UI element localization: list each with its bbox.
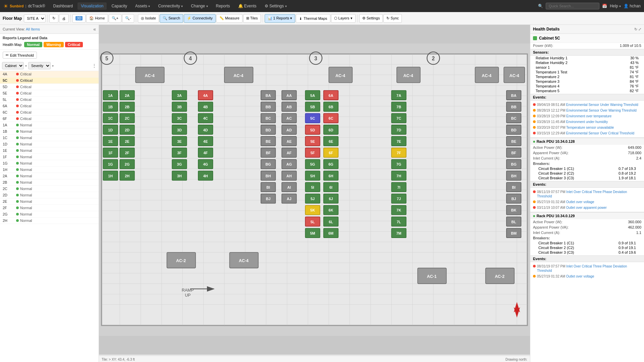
event-link[interactable]: Outlet over voltage xyxy=(566,275,594,278)
quick-search-input[interactable] xyxy=(546,3,599,9)
list-item[interactable]: 4A Critical xyxy=(0,71,99,77)
list-item[interactable]: 2D Normal xyxy=(0,192,99,198)
3d-button[interactable]: 3D xyxy=(72,14,86,23)
health-map-label: Health Map xyxy=(3,43,21,47)
sensor-row: Relative Humidity 1 30 % xyxy=(530,56,644,60)
help-button[interactable]: Help ▾ xyxy=(610,4,621,8)
svg-text:2H: 2H xyxy=(125,174,129,178)
severity-text: Critical xyxy=(20,104,32,108)
sync-button[interactable]: ↻ Sync xyxy=(383,14,402,23)
list-item[interactable]: 1F Normal xyxy=(0,154,99,160)
svg-text:BG: BG xyxy=(511,162,517,166)
sensor-value: 81 °F xyxy=(630,75,639,79)
cabinet-filter[interactable]: Cabinet xyxy=(2,62,24,69)
svg-text:6L: 6L xyxy=(329,220,333,224)
filter-menu-button[interactable]: ⋮ xyxy=(92,63,97,68)
list-item[interactable]: 2B Normal xyxy=(0,179,99,186)
print-button[interactable]: 🖨 xyxy=(59,14,69,23)
event-link[interactable]: Environmental Sensor Over Critical Thres… xyxy=(566,131,634,135)
floor-map-area[interactable]: 5 4 3 2 AC-4 AC-4 AC-4 AC-4 AC-4 AC-4 1A xyxy=(99,25,530,362)
list-item[interactable]: 1D Normal xyxy=(0,141,99,147)
svg-text:7L: 7L xyxy=(397,220,401,224)
site-selector[interactable]: SITE A xyxy=(24,14,46,22)
collapse-panel-button[interactable]: « xyxy=(93,26,96,32)
isolate-button[interactable]: ◎ Isolate xyxy=(138,14,159,23)
floor-map-svg[interactable]: 5 4 3 2 AC-4 AC-4 AC-4 AC-4 AC-4 AC-4 1A xyxy=(99,25,530,355)
zoom-out-button[interactable]: 🔍- xyxy=(122,14,134,23)
nav-assets[interactable]: Assets ▾ xyxy=(132,2,153,10)
svg-text:AC-4: AC-4 xyxy=(509,73,519,78)
home-button[interactable]: 🏠 Home xyxy=(86,14,108,23)
nav-events[interactable]: 🔔 Events xyxy=(235,2,260,10)
layers-button[interactable]: ⬡ Layers ▾ xyxy=(331,14,356,23)
event-link[interactable]: Temperature sensor unavailable xyxy=(566,126,614,129)
search-button[interactable]: 🔍 Search xyxy=(160,14,183,23)
svg-text:BM: BM xyxy=(511,231,517,235)
breaker-row: Circuit Breaker 3 (C3) 0.4 of 19.6 xyxy=(530,250,644,255)
event-dot-red xyxy=(533,132,536,134)
sensor-name: Temperature 1 Test xyxy=(536,70,567,74)
nav-reports[interactable]: Reports xyxy=(213,2,233,10)
event-link[interactable]: Environment under humidity xyxy=(566,120,608,124)
severity-filter[interactable]: Severity xyxy=(28,62,51,69)
right-panel-header: Health Details ↻ ⤢ xyxy=(530,25,644,34)
list-item[interactable]: 5C Critical xyxy=(0,77,99,84)
measure-button[interactable]: 📏 Measure xyxy=(216,14,243,23)
list-item[interactable]: 1B Normal xyxy=(0,128,99,135)
edit-threshold-button[interactable]: ✏ Edit Threshold xyxy=(3,52,37,59)
list-item[interactable]: 1G Normal xyxy=(0,160,99,167)
list-item[interactable]: 6C Critical xyxy=(0,109,99,116)
svg-text:3F: 3F xyxy=(177,151,182,155)
svg-text:7J: 7J xyxy=(397,197,401,201)
severity-text: Normal xyxy=(20,148,32,153)
event-link[interactable]: Environmental Sensor Over Warning Thresh… xyxy=(566,109,637,112)
nav-dashboard[interactable]: Dashboard xyxy=(50,2,76,10)
list-item[interactable]: 5L Critical xyxy=(0,97,99,103)
event-link[interactable]: Environment over temperature xyxy=(566,114,611,118)
current-view-link[interactable]: All Items xyxy=(26,27,40,31)
apparent-power-label: Apparent Power (VA): xyxy=(533,225,569,229)
list-item[interactable]: 2G Normal xyxy=(0,211,99,218)
event-link[interactable]: Outlet over voltage xyxy=(566,200,594,204)
list-item[interactable]: 6A Critical xyxy=(0,103,99,109)
event-link[interactable]: Outlet over apparent power xyxy=(566,206,607,209)
nav-change[interactable]: Change ▾ xyxy=(187,2,211,10)
list-item[interactable]: 2H Normal xyxy=(0,218,99,224)
list-item[interactable]: 5E Critical xyxy=(0,90,99,97)
svg-text:BJ: BJ xyxy=(266,197,271,201)
severity-indicator xyxy=(16,187,19,190)
tiles-button[interactable]: ⊞ Tiles xyxy=(243,14,261,23)
brand-separator: | xyxy=(25,4,26,8)
refresh-button[interactable]: ↻ xyxy=(49,14,58,23)
calendar-icon[interactable]: 📅 xyxy=(602,4,607,8)
list-item[interactable]: 1H Normal xyxy=(0,167,99,173)
nav-settings[interactable]: ⚙ Settings ▾ xyxy=(261,2,290,10)
list-item[interactable]: 1A Normal xyxy=(0,122,99,128)
svg-text:AD: AD xyxy=(286,128,292,132)
expand-panel-button[interactable]: ↻ ⤢ xyxy=(634,27,641,32)
user-menu[interactable]: 👤 hchan xyxy=(624,4,641,8)
list-item[interactable]: 2A Normal xyxy=(0,173,99,179)
svg-text:2C: 2C xyxy=(125,116,129,120)
svg-text:AC-4: AC-4 xyxy=(145,73,155,78)
cabinet-name: 5D xyxy=(3,85,16,89)
nav-capacity[interactable]: Capacity xyxy=(108,2,130,10)
list-item[interactable]: 1E Normal xyxy=(0,147,99,154)
nav-connectivity[interactable]: Connectivity ▾ xyxy=(155,2,186,10)
settings-button[interactable]: ⚙ Settings xyxy=(359,14,383,23)
list-item[interactable]: 1C Normal xyxy=(0,135,99,141)
thermal-maps-button[interactable]: 🌡 Thermal Maps xyxy=(296,14,330,23)
app-logo[interactable]: ☀ Sunbird | dcTrack® xyxy=(3,3,45,9)
event-link[interactable]: Environmental Sensor Under Warning Thres… xyxy=(566,103,638,107)
svg-text:5G: 5G xyxy=(310,162,315,166)
list-item[interactable]: 6F Critical xyxy=(0,116,99,122)
nav-visualization[interactable]: Visualization xyxy=(77,2,107,10)
list-item[interactable]: 2F Normal xyxy=(0,205,99,211)
list-item[interactable]: 2C Normal xyxy=(0,186,99,192)
connectivity-button[interactable]: ⚡ Connectivity xyxy=(184,14,216,23)
svg-text:AB: AB xyxy=(286,105,292,109)
reports-button[interactable]: 📊 1 Reports ▾ xyxy=(265,14,296,23)
list-item[interactable]: 2E Normal xyxy=(0,198,99,205)
zoom-in-button[interactable]: 🔍+ xyxy=(109,14,121,23)
list-item[interactable]: 5D Critical xyxy=(0,84,99,90)
